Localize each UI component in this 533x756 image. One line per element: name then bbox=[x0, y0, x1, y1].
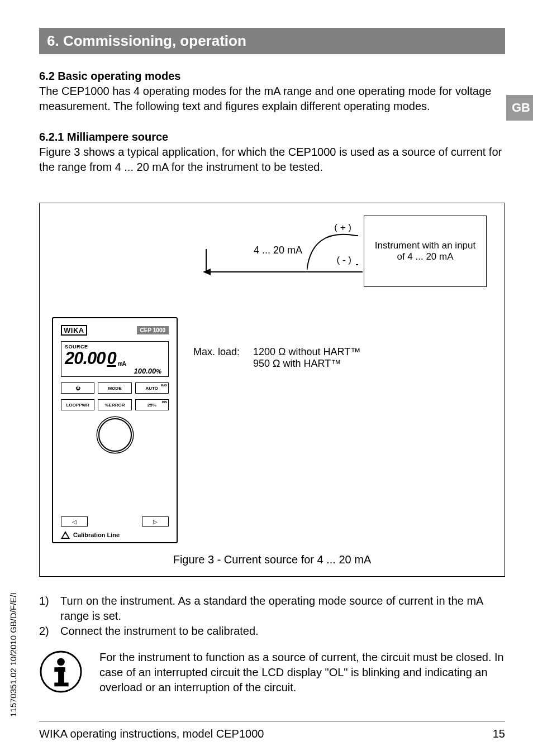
arrow-icon bbox=[203, 269, 211, 275]
power-button: ⏻ bbox=[61, 382, 94, 394]
step-text: Connect the instrument to be calibrated. bbox=[60, 624, 259, 639]
max-load-line2: 950 Ω with HART™ bbox=[253, 358, 360, 370]
language-tab: GB bbox=[506, 95, 533, 121]
max-load-line1: 1200 Ω without HART™ bbox=[253, 346, 360, 358]
info-icon bbox=[39, 650, 83, 693]
ma-range-label: 4 ... 20 mA bbox=[254, 245, 302, 256]
instrument-text-l2: of 4 ... 20 mA bbox=[368, 251, 483, 262]
step-number: 2) bbox=[39, 624, 54, 639]
page-number: 15 bbox=[493, 728, 505, 740]
nav-left-button: ◁ bbox=[61, 516, 88, 527]
document-code: 11570351.02 10/2010 GB/D/F/E/I bbox=[8, 592, 18, 717]
instrument-text-l1: Instrument with an input bbox=[368, 240, 483, 251]
minus-label: ( - ) bbox=[337, 255, 351, 266]
subsection-title-6-2: 6.2 Basic operating modes bbox=[39, 70, 505, 83]
step-1: 1) Turn on the instrument. As a standard… bbox=[39, 594, 505, 624]
mode-button: MODE bbox=[98, 382, 131, 394]
25pct-button: 25%MIN bbox=[135, 399, 169, 410]
dial-knob bbox=[98, 418, 132, 452]
step-text: Turn on the instrument. As a standard th… bbox=[60, 594, 505, 624]
reading-unit: mA bbox=[118, 361, 126, 367]
plus-label: ( + ) bbox=[334, 222, 351, 233]
calibration-line: Calibration Line bbox=[61, 531, 169, 539]
device-model: CEP 1000 bbox=[137, 326, 169, 334]
reading-last-digit: 0 bbox=[107, 350, 116, 367]
max-load-block: Max. load: 1200 Ω without HART™ 950 Ω wi… bbox=[193, 317, 360, 370]
warning-icon bbox=[61, 531, 70, 539]
svg-rect-6 bbox=[54, 683, 68, 687]
device-screen: SOURCE 20.000 mA 100.00% bbox=[61, 341, 169, 377]
looppwr-button: LOOPPWR bbox=[61, 399, 94, 410]
section-header: 6. Commissioning, operation bbox=[39, 28, 505, 54]
device-brand: WIKA bbox=[61, 325, 87, 336]
reading-main: 20.00 bbox=[65, 350, 106, 367]
body-text: The CEP1000 has 4 operating modes for th… bbox=[39, 84, 505, 114]
footer-left: WIKA operating instructions, model CEP10… bbox=[39, 728, 264, 740]
wire-line bbox=[206, 271, 363, 272]
nav-right-button: ▷ bbox=[142, 516, 169, 527]
reading-value: 20.000 mA bbox=[65, 350, 165, 367]
step-number: 1) bbox=[39, 594, 54, 624]
figure-3: ( + ) ( - ) 4 ... 20 mA Instrument with … bbox=[39, 203, 505, 577]
figure-caption: Figure 3 - Current source for 4 ... 20 m… bbox=[52, 543, 492, 571]
max-load-label: Max. load: bbox=[193, 346, 240, 370]
footer-separator bbox=[39, 721, 505, 722]
percent-value: 100.00% bbox=[65, 367, 165, 375]
body-text: Figure 3 shows a typical application, fo… bbox=[39, 145, 505, 175]
instrument-box: Instrument with an input of 4 ... 20 mA bbox=[364, 216, 487, 287]
svg-point-3 bbox=[57, 658, 65, 666]
step-2: 2) Connect the instrument to be calibrat… bbox=[39, 624, 505, 639]
error-button: %ERROR bbox=[98, 399, 131, 410]
info-text: For the instrument to function as a sour… bbox=[99, 650, 505, 695]
subsection-title-6-2-1: 6.2.1 Milliampere source bbox=[39, 131, 505, 143]
device-illustration: WIKA CEP 1000 SOURCE 20.000 mA 100.00% ⏻… bbox=[52, 317, 178, 543]
auto-button: AUTOMAX bbox=[135, 382, 169, 394]
